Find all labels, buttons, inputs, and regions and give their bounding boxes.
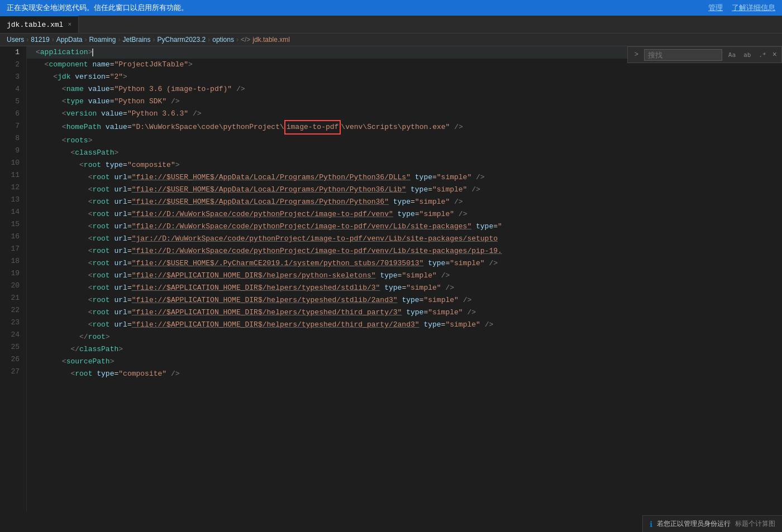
breadcrumb-roaming[interactable]: Roaming — [89, 36, 116, 44]
line-num-24: 24 — [4, 329, 20, 341]
line-num-19: 19 — [4, 267, 20, 280]
search-case-button[interactable]: Aa — [726, 50, 738, 60]
breadcrumb-jetbrains[interactable]: JetBrains — [122, 36, 150, 44]
search-toggle-button[interactable]: > — [632, 50, 641, 60]
code-line-23: <root url="file://$APPLICATION_HOME_DIR$… — [27, 319, 782, 331]
line-num-1: 1 — [4, 46, 20, 59]
code-line-7: <homePath value="D:\WuWorkSpace\code\pyt… — [27, 120, 782, 135]
notification-text: 若您正以管理员身份运行 — [657, 519, 731, 529]
code-line-18: <root url="file://$USER_HOME$/.PyCharmCE… — [27, 257, 782, 270]
tab-close-button[interactable]: × — [68, 21, 71, 28]
line-numbers: 1 2 3 4 5 6 7 8 9 10 11 12 13 14 15 16 1… — [0, 46, 27, 512]
line-num-10: 10 — [4, 157, 20, 169]
line-num-5: 5 — [4, 95, 20, 108]
code-line-27: <root type="composite" /> — [27, 368, 782, 380]
breadcrumb: Users › 81219 › AppData › Roaming › JetB… — [0, 33, 782, 46]
breadcrumb-81219[interactable]: 81219 — [31, 36, 49, 44]
line-num-3: 3 — [4, 71, 20, 83]
code-line-8: <roots> — [27, 135, 782, 147]
security-bar: 正在实现安全地浏览代码。信任此窗口以启用所有功能。 管理 了解详细信息 — [0, 0, 782, 16]
manage-link[interactable]: 管理 — [708, 3, 723, 13]
breadcrumb-pycharm[interactable]: PyCharm2023.2 — [157, 36, 206, 44]
line-num-26: 26 — [4, 353, 20, 366]
breadcrumb-users[interactable]: Users — [7, 36, 24, 44]
line-num-7: 7 — [4, 120, 20, 132]
code-line-6: <version value="Python 3.6.3" /> — [27, 108, 782, 120]
code-line-19: <root url="file://$APPLICATION_HOME_DIR$… — [27, 270, 782, 282]
code-line-22: <root url="file://$APPLICATION_HOME_DIR$… — [27, 306, 782, 319]
notification-subtext: 标题个计算图 — [735, 519, 775, 529]
tab-filename: jdk.table.xml — [7, 21, 63, 29]
line-num-22: 22 — [4, 304, 20, 317]
line-num-15: 15 — [4, 218, 20, 231]
code-line-14: <root url="file://D:/WuWorkSpace/code/py… — [27, 208, 782, 221]
line-num-25: 25 — [4, 341, 20, 353]
code-line-3: <jdk version="2"> — [27, 71, 782, 83]
breadcrumb-xml-icon: </> — [241, 36, 250, 44]
tab-bar: jdk.table.xml × — [0, 16, 782, 33]
code-line-25: </classPath> — [27, 343, 782, 356]
code-line-5: <type value="Python SDK" /> — [27, 95, 782, 108]
line-num-21: 21 — [4, 292, 20, 304]
line-num-13: 13 — [4, 194, 20, 206]
search-regex-button[interactable]: .* — [756, 50, 769, 60]
editor-container: 1 2 3 4 5 6 7 8 9 10 11 12 13 14 15 16 1… — [0, 46, 782, 512]
line-num-17: 17 — [4, 243, 20, 255]
code-line-21: <root url="file://$APPLICATION_HOME_DIR$… — [27, 294, 782, 306]
line-num-20: 20 — [4, 280, 20, 292]
bottom-notification: ℹ 若您正以管理员身份运行 标题个计算图 — [642, 515, 782, 532]
breadcrumb-filename[interactable]: jdk.table.xml — [252, 36, 290, 44]
line-num-12: 12 — [4, 181, 20, 194]
line-num-4: 4 — [4, 83, 20, 95]
code-line-26: <sourcePath> — [27, 356, 782, 368]
search-input[interactable] — [644, 49, 722, 61]
line-num-6: 6 — [4, 108, 20, 120]
code-area[interactable]: <application> <component name="ProjectJd… — [27, 46, 782, 512]
code-line-10: <root type="composite"> — [27, 159, 782, 171]
tab-jdk-table[interactable]: jdk.table.xml × — [0, 16, 79, 33]
line-num-23: 23 — [4, 317, 20, 329]
line-num-14: 14 — [4, 206, 20, 218]
code-line-20: <root url="file://$APPLICATION_HOME_DIR$… — [27, 282, 782, 294]
line-num-27: 27 — [4, 366, 20, 378]
breadcrumb-options[interactable]: options — [212, 36, 234, 44]
notification-icon: ℹ — [650, 520, 652, 529]
line-num-8: 8 — [4, 132, 20, 145]
code-line-11: <root url="file://$USER_HOME$/AppData/Lo… — [27, 171, 782, 184]
search-panel: > Aa ab .* × — [627, 46, 782, 63]
code-line-12: <root url="file://$USER_HOME$/AppData/Lo… — [27, 184, 782, 196]
learn-link[interactable]: 了解详细信息 — [732, 3, 775, 13]
line-num-18: 18 — [4, 255, 20, 267]
search-close-button[interactable]: × — [773, 50, 777, 59]
line-num-11: 11 — [4, 169, 20, 181]
security-message: 正在实现安全地浏览代码。信任此窗口以启用所有功能。 — [7, 3, 699, 13]
search-options: Aa ab .* — [726, 50, 769, 60]
code-line-9: <classPath> — [27, 147, 782, 159]
code-line-4: <name value="Python 3.6 (image-to-pdf)" … — [27, 83, 782, 95]
code-line-13: <root url="file://$USER_HOME$/AppData/Lo… — [27, 196, 782, 208]
code-line-24: </root> — [27, 331, 782, 343]
line-num-9: 9 — [4, 145, 20, 157]
code-line-15: <root url="file://D:/WuWorkSpace/code/py… — [27, 221, 782, 233]
breadcrumb-appdata[interactable]: AppData — [56, 36, 83, 44]
search-word-button[interactable]: ab — [741, 50, 754, 60]
code-line-17: <root url="file://D:/WuWorkSpace/code/py… — [27, 245, 782, 257]
line-num-16: 16 — [4, 231, 20, 243]
line-num-2: 2 — [4, 59, 20, 71]
code-line-16: <root url="jar://D:/WuWorkSpace/code/pyt… — [27, 233, 782, 245]
